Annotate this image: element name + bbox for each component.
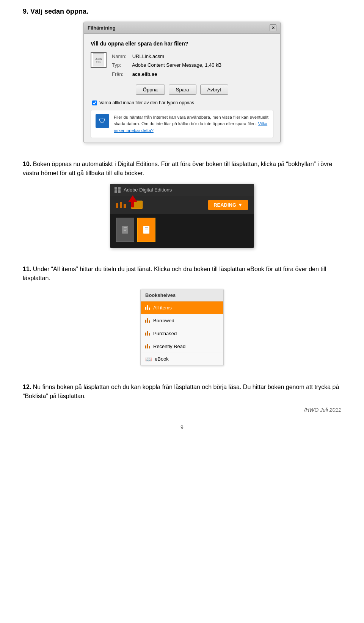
bar-b1 <box>145 320 146 323</box>
type-label: Typ: <box>112 61 131 69</box>
bars-icon-borrowed <box>145 317 150 324</box>
grid-cell-1 <box>115 187 117 190</box>
reading-button[interactable]: READING ▼ <box>208 200 248 210</box>
ade-grid-icon <box>115 187 121 193</box>
bookshelves-title: Bookshelves <box>141 289 223 301</box>
svg-rect-5 <box>143 226 149 234</box>
file-from-row: Från: acs.elib.se <box>112 70 221 78</box>
from-value: acs.elib.se <box>132 71 157 77</box>
ade-window: Adobe Digital Editions <box>110 184 254 248</box>
cancel-button[interactable]: Avbryt <box>200 85 229 95</box>
step12-body: Nu finns boken på läsplattan och du kan … <box>23 384 339 399</box>
bar-b3 <box>149 320 150 323</box>
bars-icon-purchased <box>145 330 150 337</box>
file-icon: ACS FILE <box>91 52 107 68</box>
step12-text: 12. Nu finns boken på läsplattan och du … <box>23 383 341 401</box>
file-icon-inner: ACS FILE <box>93 53 104 66</box>
page-number: 9 <box>23 424 341 430</box>
bar-b2 <box>147 318 148 323</box>
name-label: Namn: <box>112 52 131 61</box>
checkbox-row: Varna alltid innan filer av den här type… <box>91 100 273 105</box>
section-gap-2 <box>23 257 341 265</box>
step10-heading: 10. <box>23 161 31 167</box>
warning-main-text: Filer du hämtar från Internet kan vara a… <box>114 115 268 126</box>
section-gap-1 <box>23 152 341 160</box>
bar2 <box>120 202 122 208</box>
step10-section: 10. Boken öppnas nu automatiskt i Digita… <box>23 160 341 248</box>
step9-heading: 9. Välj sedan öppna. <box>23 8 341 16</box>
dialog-titlebar: Filhämtning ✕ <box>84 22 280 34</box>
book-thumb-1[interactable] <box>116 218 134 242</box>
warning-text: Filer du hämtar från Internet kan vara a… <box>114 114 268 134</box>
shelf-label-all-items: All items <box>153 305 172 311</box>
bars-icon-rr-inner <box>145 343 150 348</box>
dialog-question: Vill du öppna eller spara den här filen? <box>91 41 273 47</box>
step12-num: 12. <box>23 384 31 390</box>
bars-icon-recently-read <box>145 343 150 350</box>
open-button[interactable]: Öppna <box>136 85 165 95</box>
signature: /HWO Juli 2011 <box>23 407 341 413</box>
bar-r3 <box>149 346 150 348</box>
step10-body: Boken öppnas nu automatiskt i Digital Ed… <box>23 161 332 176</box>
ade-toolbar-wrapper: READING ▼ <box>110 196 254 214</box>
shelf-item-ebook[interactable]: 📖 eBook <box>141 353 223 366</box>
from-label: Från: <box>112 70 131 78</box>
dialog-container: Filhämtning ✕ Vill du öppna eller spara … <box>23 22 341 143</box>
shelf-item-purchased[interactable]: Purchased <box>141 327 223 340</box>
shelf-item-all-items[interactable]: All items <box>141 301 223 314</box>
bars-icon-borrowed-inner <box>145 317 150 323</box>
dialog-title-text: Filhämtning <box>88 25 116 31</box>
book-icon-ebook: 📖 <box>145 356 152 362</box>
bars-icon-all-items <box>145 304 150 311</box>
dialog-body: Vill du öppna eller spara den här filen?… <box>84 34 280 143</box>
step11-section: 11. Under “All items” hittar du titeln d… <box>23 265 341 366</box>
ade-container: Adobe Digital Editions <box>23 184 341 248</box>
type-value: Adobe Content Server Message, 1,40 kB <box>132 62 221 68</box>
bar1 <box>116 203 118 208</box>
reading-label: READING <box>213 202 236 208</box>
filhamtning-dialog: Filhämtning ✕ Vill du öppna eller spara … <box>83 22 281 143</box>
step12-section: 12. Nu finns boken på läsplattan och du … <box>23 383 341 401</box>
reading-dropdown-icon: ▼ <box>238 202 243 208</box>
book-thumb-2[interactable] <box>137 218 155 242</box>
step11-num: 11. <box>23 266 31 272</box>
shelf-label-purchased: Purchased <box>153 331 177 336</box>
step11-text: 11. Under “All items” hittar du titeln d… <box>23 265 341 283</box>
step11-body1: Under “All items” hittar du titeln du ju… <box>33 266 152 272</box>
shelf-label-recently-read: Recently Read <box>153 344 185 349</box>
save-button[interactable]: Spara <box>169 85 196 95</box>
file-info: ACS FILE Namn: URLLink.acsm Typ: Adobe C… <box>91 52 273 78</box>
warn-checkbox[interactable] <box>92 100 97 105</box>
file-metadata: Namn: URLLink.acsm Typ: Adobe Content Se… <box>112 52 221 78</box>
section-gap-3 <box>23 375 341 383</box>
grid-cell-4 <box>118 190 121 193</box>
file-name-row: Namn: URLLink.acsm <box>112 52 221 61</box>
close-button[interactable]: ✕ <box>270 24 276 31</box>
bars-icon-purchased-inner <box>145 330 150 336</box>
bookshelves-panel: Bookshelves All items <box>140 289 224 366</box>
ade-book-icons <box>110 214 254 248</box>
warning-box: 🛡 Filer du hämtar från Internet kan vara… <box>91 110 273 138</box>
bar-s3 <box>149 308 150 310</box>
red-arrow <box>126 195 140 210</box>
file-type-row: Typ: Adobe Content Server Message, 1,40 … <box>112 61 221 69</box>
bar-r2 <box>147 344 148 348</box>
checkbox-label: Varna alltid innan filer av den här type… <box>99 100 194 105</box>
shelf-label-ebook: eBook <box>155 356 169 362</box>
shield-icon: 🛡 <box>96 114 109 128</box>
step9-section: 9. Välj sedan öppna. Filhämtning ✕ Vill … <box>23 8 341 143</box>
bookshelf-button[interactable] <box>116 202 126 208</box>
dialog-buttons: Öppna Spara Avbryt <box>91 85 273 95</box>
svg-rect-1 <box>122 226 128 234</box>
bars-icon-inner <box>145 304 150 310</box>
shelf-item-recently-read[interactable]: Recently Read <box>141 340 223 353</box>
shelf-item-borrowed[interactable]: Borrowed <box>141 314 223 327</box>
ade-title-text: Adobe Digital Editions <box>124 187 172 193</box>
bar-s2 <box>147 305 148 310</box>
name-value: URLLink.acsm <box>132 53 165 59</box>
grid-cell-2 <box>118 187 121 190</box>
bar-p3 <box>149 333 150 336</box>
bar-r1 <box>145 345 146 348</box>
bar-p1 <box>145 333 146 336</box>
bookshelves-container: Bookshelves All items <box>23 289 341 366</box>
